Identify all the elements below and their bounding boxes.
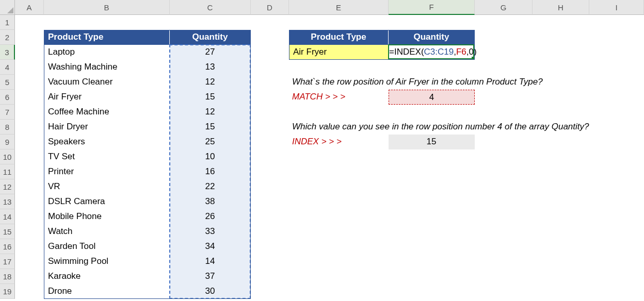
- row-head-13[interactable]: 13: [0, 194, 15, 209]
- col-head-A[interactable]: A: [15, 0, 44, 15]
- cell-G9[interactable]: [475, 135, 533, 149]
- cell-I2[interactable]: [589, 30, 644, 45]
- cell-E4[interactable]: [289, 60, 389, 75]
- cell-G15[interactable]: [475, 224, 533, 239]
- table-row-name[interactable]: Washing Machine: [44, 60, 170, 75]
- table-row-name[interactable]: Speakers: [44, 135, 170, 149]
- cell-I11[interactable]: [589, 164, 644, 179]
- cell-F1[interactable]: [389, 15, 475, 30]
- table-row-name[interactable]: Printer: [44, 164, 170, 179]
- cell-H12[interactable]: [533, 179, 589, 194]
- cell-G8[interactable]: [475, 120, 533, 135]
- table-row-qty[interactable]: 15: [170, 90, 251, 105]
- row-head-14[interactable]: 14: [0, 209, 15, 224]
- cell-G18[interactable]: [475, 269, 533, 284]
- cell-D14[interactable]: [251, 209, 289, 224]
- table-row-name[interactable]: Coffee Machine: [44, 105, 170, 120]
- row-head-7[interactable]: 7: [0, 105, 15, 120]
- cell-I6[interactable]: [589, 90, 644, 105]
- cell-I5[interactable]: [589, 75, 644, 90]
- cell-G16[interactable]: [475, 239, 533, 254]
- row-head-10[interactable]: 10: [0, 149, 15, 164]
- col-head-E[interactable]: E: [289, 0, 389, 15]
- cell-D7[interactable]: [251, 105, 289, 120]
- cell-F5[interactable]: [389, 75, 475, 90]
- cell-H5[interactable]: [533, 75, 589, 90]
- cell-D12[interactable]: [251, 179, 289, 194]
- cell-H9[interactable]: [533, 135, 589, 149]
- cell-E15[interactable]: [289, 224, 389, 239]
- cell-H14[interactable]: [533, 209, 589, 224]
- table-row-qty[interactable]: 30: [170, 284, 251, 299]
- lookup-header-quantity[interactable]: Quantity: [389, 30, 475, 45]
- cell-A1[interactable]: [15, 15, 44, 30]
- col-head-H[interactable]: H: [533, 0, 589, 15]
- cell-H3[interactable]: [533, 45, 589, 60]
- cell-H18[interactable]: [533, 269, 589, 284]
- cell-A18[interactable]: [15, 269, 44, 284]
- table-row-qty[interactable]: 16: [170, 164, 251, 179]
- cell-A16[interactable]: [15, 239, 44, 254]
- row-head-2[interactable]: 2: [0, 30, 15, 45]
- table-row-qty[interactable]: 15: [170, 120, 251, 135]
- cell-D19[interactable]: [251, 284, 289, 299]
- cell-F8[interactable]: [389, 120, 475, 135]
- table-row-name[interactable]: Laptop: [44, 45, 170, 60]
- cell-G17[interactable]: [475, 254, 533, 269]
- row-head-9[interactable]: 9: [0, 135, 15, 149]
- cell-E17[interactable]: [289, 254, 389, 269]
- cell-A7[interactable]: [15, 105, 44, 120]
- cell-I18[interactable]: [589, 269, 644, 284]
- cell-D10[interactable]: [251, 149, 289, 164]
- cell-H7[interactable]: [533, 105, 589, 120]
- cell-E1[interactable]: [289, 15, 389, 30]
- table-row-name[interactable]: Drone: [44, 284, 170, 299]
- row-head-5[interactable]: 5: [0, 75, 15, 90]
- cell-D15[interactable]: [251, 224, 289, 239]
- cell-G3[interactable]: [475, 45, 533, 60]
- cell-A6[interactable]: [15, 90, 44, 105]
- row-head-15[interactable]: 15: [0, 224, 15, 239]
- table-row-qty[interactable]: 34: [170, 239, 251, 254]
- cell-E19[interactable]: [289, 284, 389, 299]
- cell-D5[interactable]: [251, 75, 289, 90]
- row-head-1[interactable]: 1: [0, 15, 15, 30]
- cell-I1[interactable]: [589, 15, 644, 30]
- cell-I17[interactable]: [589, 254, 644, 269]
- table-row-qty[interactable]: 38: [170, 194, 251, 209]
- spreadsheet-grid[interactable]: ABCDEFGHI12Product TypeQuantityProduct T…: [0, 0, 644, 299]
- cell-H6[interactable]: [533, 90, 589, 105]
- cell-I8[interactable]: [589, 120, 644, 135]
- lookup-header-product-type[interactable]: Product Type: [289, 30, 389, 45]
- table-row-name[interactable]: DSLR Camera: [44, 194, 170, 209]
- cell-F17[interactable]: [389, 254, 475, 269]
- cell-A17[interactable]: [15, 254, 44, 269]
- cell-F11[interactable]: [389, 164, 475, 179]
- row-head-16[interactable]: 16: [0, 239, 15, 254]
- cell-I19[interactable]: [589, 284, 644, 299]
- cell-G7[interactable]: [475, 105, 533, 120]
- cell-G2[interactable]: [475, 30, 533, 45]
- table-row-qty[interactable]: 25: [170, 135, 251, 149]
- select-all-corner[interactable]: [0, 0, 15, 15]
- cell-H2[interactable]: [533, 30, 589, 45]
- cell-H17[interactable]: [533, 254, 589, 269]
- cell-D13[interactable]: [251, 194, 289, 209]
- cell-D9[interactable]: [251, 135, 289, 149]
- cell-F7[interactable]: [389, 105, 475, 120]
- col-head-D[interactable]: D: [251, 0, 289, 15]
- table-row-qty[interactable]: 37: [170, 269, 251, 284]
- cell-D4[interactable]: [251, 60, 289, 75]
- cell-A8[interactable]: [15, 120, 44, 135]
- table-row-qty[interactable]: 14: [170, 254, 251, 269]
- cell-I4[interactable]: [589, 60, 644, 75]
- formula-cell-F3[interactable]: =INDEX(C3:C19,F6,0): [389, 45, 475, 60]
- table-row-name[interactable]: Air Fryer: [44, 90, 170, 105]
- cell-G12[interactable]: [475, 179, 533, 194]
- cell-F18[interactable]: [389, 269, 475, 284]
- cell-I12[interactable]: [589, 179, 644, 194]
- table-row-name[interactable]: Karaoke: [44, 269, 170, 284]
- table-row-name[interactable]: Garden Tool: [44, 239, 170, 254]
- cell-G13[interactable]: [475, 194, 533, 209]
- row-head-11[interactable]: 11: [0, 164, 15, 179]
